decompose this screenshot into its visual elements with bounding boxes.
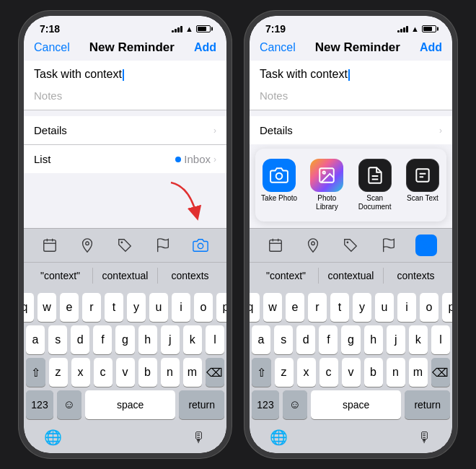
key-y[interactable]: y <box>127 293 146 322</box>
scan-document-item[interactable]: Scan Document <box>351 153 399 217</box>
add-button-1[interactable]: Add <box>194 41 216 54</box>
shift-key-2[interactable]: ⇧ <box>252 358 271 387</box>
notes-row[interactable]: Notes <box>24 85 226 110</box>
add-button-2[interactable]: Add <box>420 41 442 54</box>
key-r[interactable]: r <box>82 293 101 322</box>
key-a[interactable]: a <box>26 325 45 354</box>
num-key[interactable]: 123 <box>26 390 53 419</box>
key-n[interactable]: n <box>161 358 180 387</box>
key-h[interactable]: h <box>138 325 157 354</box>
num-key-2[interactable]: 123 <box>252 390 279 419</box>
details-row[interactable]: Details › <box>24 116 226 145</box>
camera-toolbar-icon-2[interactable] <box>415 234 437 256</box>
key2-y[interactable]: y <box>353 293 371 322</box>
space-key-2[interactable]: space <box>311 390 401 419</box>
key2-q[interactable]: q <box>250 293 260 322</box>
autocorrect-1[interactable]: "context" <box>28 268 93 284</box>
list-chevron: › <box>213 154 216 165</box>
task-input-row-2[interactable]: Task with context <box>250 61 452 85</box>
key-q[interactable]: q <box>24 293 34 322</box>
key2-z[interactable]: z <box>275 358 294 387</box>
mic-icon[interactable]: 🎙 <box>192 429 206 446</box>
list-row[interactable]: List Inbox › <box>24 145 226 173</box>
key2-p[interactable]: p <box>442 293 452 322</box>
key2-c[interactable]: c <box>319 358 338 387</box>
key2-w[interactable]: w <box>263 293 282 322</box>
camera-toolbar-icon[interactable] <box>190 234 211 256</box>
scan-text-item[interactable]: Scan Text <box>399 153 446 217</box>
take-photo-item[interactable]: Take Photo <box>255 153 303 217</box>
key-i[interactable]: i <box>172 293 190 322</box>
photo-library-item[interactable]: Photo Library <box>303 153 351 217</box>
key-e[interactable]: e <box>60 293 79 322</box>
key-k[interactable]: k <box>183 325 202 354</box>
autocorrect-2-3[interactable]: contexts <box>384 268 448 284</box>
key-m[interactable]: m <box>183 358 202 387</box>
key2-n[interactable]: n <box>387 358 405 387</box>
key-s[interactable]: s <box>48 325 67 354</box>
autocorrect-2[interactable]: contextual <box>93 268 158 284</box>
key2-i[interactable]: i <box>397 293 416 322</box>
key2-k[interactable]: k <box>409 325 428 354</box>
key2-o[interactable]: o <box>420 293 438 322</box>
autocorrect-3[interactable]: contexts <box>158 268 222 284</box>
key2-t[interactable]: t <box>330 293 349 322</box>
autocorrect-2-1[interactable]: "context" <box>254 268 319 284</box>
key2-f[interactable]: f <box>319 325 338 354</box>
delete-key[interactable]: ⌫ <box>206 358 225 387</box>
key-w[interactable]: w <box>38 293 56 322</box>
key2-s[interactable]: s <box>274 325 293 354</box>
details-row-2[interactable]: Details › <box>250 116 452 144</box>
globe-icon[interactable]: 🌐 <box>44 429 62 446</box>
emoji-key-2[interactable]: ☺ <box>283 390 307 419</box>
key-l[interactable]: l <box>206 325 224 354</box>
calendar-toolbar-icon-2[interactable] <box>265 234 286 256</box>
tag-toolbar-icon-2[interactable] <box>340 234 361 256</box>
key2-u[interactable]: u <box>375 293 394 322</box>
flag-toolbar-icon[interactable] <box>152 234 174 256</box>
key2-l[interactable]: l <box>431 325 450 354</box>
key-g[interactable]: g <box>115 325 134 354</box>
key2-h[interactable]: h <box>364 325 383 354</box>
location-toolbar-icon-2[interactable] <box>302 234 324 256</box>
key2-j[interactable]: j <box>387 325 405 354</box>
flag-toolbar-icon-2[interactable] <box>378 234 400 256</box>
key2-r[interactable]: r <box>308 293 327 322</box>
shift-key[interactable]: ⇧ <box>26 358 45 387</box>
cancel-button-1[interactable]: Cancel <box>34 41 70 54</box>
delete-key-2[interactable]: ⌫ <box>431 358 451 387</box>
key-t[interactable]: t <box>105 293 123 322</box>
key2-b[interactable]: b <box>364 358 383 387</box>
key-x[interactable]: x <box>71 358 90 387</box>
key2-d[interactable]: d <box>296 325 315 354</box>
key-p[interactable]: p <box>216 293 226 322</box>
cancel-button-2[interactable]: Cancel <box>260 41 296 54</box>
key2-g[interactable]: g <box>341 325 360 354</box>
key-d[interactable]: d <box>71 325 89 354</box>
key-b[interactable]: b <box>138 358 157 387</box>
mic-icon-2[interactable]: 🎙 <box>418 429 432 446</box>
calendar-toolbar-icon[interactable] <box>39 234 61 256</box>
key2-a[interactable]: a <box>252 325 270 354</box>
key2-m[interactable]: m <box>409 358 428 387</box>
autocorrect-2-2[interactable]: contextual <box>319 268 384 284</box>
key-c[interactable]: c <box>94 358 113 387</box>
key-u[interactable]: u <box>149 293 168 322</box>
notes-row-2[interactable]: Notes <box>250 85 452 110</box>
globe-icon-2[interactable]: 🌐 <box>270 429 288 446</box>
key-j[interactable]: j <box>161 325 180 354</box>
key-v[interactable]: v <box>116 358 135 387</box>
key-z[interactable]: z <box>49 358 68 387</box>
key2-v[interactable]: v <box>342 358 361 387</box>
return-key[interactable]: return <box>179 390 224 419</box>
tag-toolbar-icon[interactable] <box>114 234 136 256</box>
return-key-2[interactable]: return <box>405 390 450 419</box>
emoji-key[interactable]: ☺ <box>57 390 81 419</box>
key2-e[interactable]: e <box>286 293 304 322</box>
location-toolbar-icon[interactable] <box>76 234 98 256</box>
key-o[interactable]: o <box>194 293 213 322</box>
key-f[interactable]: f <box>93 325 112 354</box>
task-input-row[interactable]: Task with context <box>24 61 226 85</box>
key2-x[interactable]: x <box>297 358 316 387</box>
space-key[interactable]: space <box>85 390 175 419</box>
